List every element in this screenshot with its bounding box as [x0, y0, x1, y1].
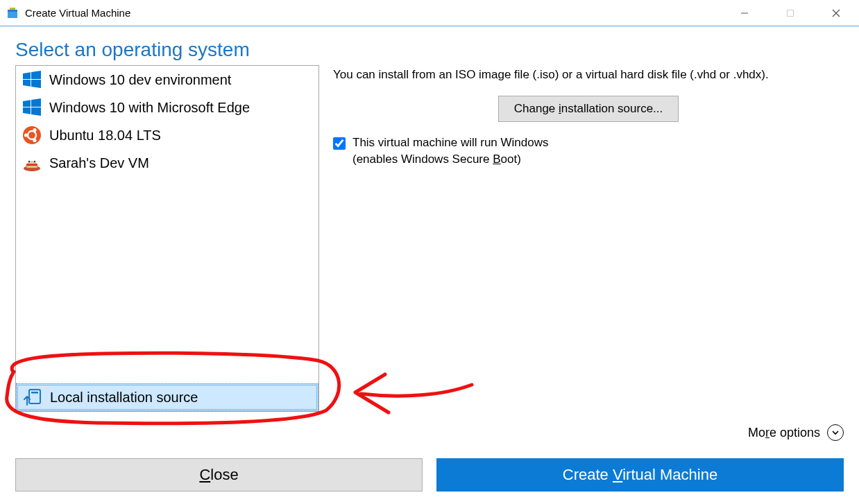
- svg-rect-5: [788, 10, 794, 16]
- svg-marker-8: [23, 72, 31, 79]
- minimize-button[interactable]: [722, 0, 767, 26]
- windows-secure-boot-label: This virtual machine will run Windows (e…: [352, 134, 548, 168]
- svg-rect-1: [8, 10, 17, 12]
- svg-marker-9: [31, 71, 41, 79]
- os-item-local-source[interactable]: Local installation source: [16, 383, 318, 411]
- bottom-button-bar: Close Create Virtual Machine: [15, 458, 844, 492]
- window-title: Create Virtual Machine: [25, 7, 722, 19]
- svg-marker-10: [23, 80, 31, 87]
- svg-marker-15: [31, 107, 41, 116]
- svg-marker-11: [31, 80, 41, 88]
- hat-icon: [22, 153, 42, 173]
- os-list[interactable]: Windows 10 dev environment Windows 10 wi…: [16, 66, 318, 383]
- os-item-label: Windows 10 with Microsoft Edge: [49, 100, 250, 116]
- windows-icon: [22, 97, 42, 118]
- os-item-label: Local installation source: [50, 390, 198, 406]
- install-description: You can install from an ISO image file (…: [333, 67, 844, 83]
- page-heading: Select an operating system: [15, 39, 844, 61]
- local-install-icon: [22, 387, 43, 408]
- more-options-toggle[interactable]: More options: [748, 424, 844, 441]
- os-item-windows-edge[interactable]: Windows 10 with Microsoft Edge: [16, 94, 318, 121]
- svg-rect-2: [10, 8, 12, 10]
- windows-secure-boot-row: This virtual machine will run Windows (e…: [333, 134, 844, 168]
- app-icon: [6, 6, 19, 20]
- titlebar: Create Virtual Machine: [0, 0, 859, 26]
- os-list-panel: Windows 10 dev environment Windows 10 wi…: [15, 65, 319, 412]
- windows-secure-boot-checkbox[interactable]: [333, 137, 346, 150]
- chevron-down-icon: [827, 424, 844, 441]
- svg-rect-22: [26, 164, 37, 166]
- right-panel: You can install from an ISO image file (…: [319, 65, 844, 167]
- svg-point-23: [28, 161, 30, 162]
- close-button[interactable]: Close: [15, 458, 423, 492]
- svg-rect-26: [31, 392, 38, 394]
- svg-point-19: [33, 128, 36, 132]
- os-item-ubuntu[interactable]: Ubuntu 18.04 LTS: [16, 121, 318, 149]
- windows-icon: [22, 69, 42, 90]
- svg-marker-13: [31, 98, 41, 107]
- svg-point-24: [34, 161, 35, 162]
- dialog-content: Select an operating system Windows 10 de…: [0, 26, 859, 412]
- svg-point-20: [33, 139, 36, 142]
- os-item-label: Ubuntu 18.04 LTS: [49, 128, 161, 144]
- os-item-custom-vm[interactable]: Sarah's Dev VM: [16, 149, 318, 177]
- svg-point-18: [24, 133, 28, 137]
- create-vm-button[interactable]: Create Virtual Machine: [436, 458, 844, 492]
- ubuntu-icon: [22, 125, 42, 146]
- svg-marker-14: [23, 107, 31, 114]
- svg-marker-12: [23, 100, 31, 107]
- os-item-label: Windows 10 dev environment: [49, 72, 231, 88]
- os-item-label: Sarah's Dev VM: [49, 155, 149, 171]
- os-item-windows-dev[interactable]: Windows 10 dev environment: [16, 66, 318, 94]
- svg-rect-3: [12, 8, 15, 10]
- change-install-source-button[interactable]: Change installation source...: [498, 96, 679, 122]
- window-buttons: [722, 0, 859, 26]
- maximize-button: [767, 0, 813, 26]
- close-window-button[interactable]: [813, 0, 859, 26]
